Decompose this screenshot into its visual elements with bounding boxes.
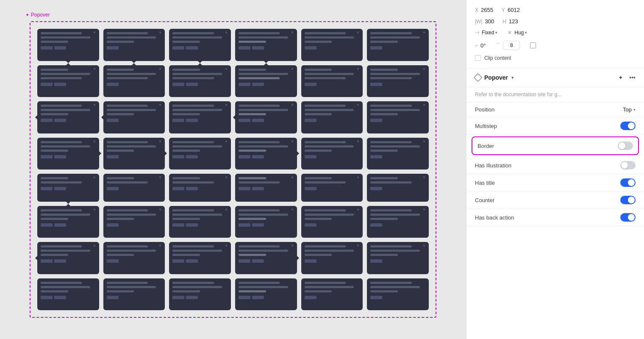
close-icon: ✕ [93, 31, 97, 34]
x-label: X [475, 7, 478, 13]
popover-card [367, 278, 429, 311]
close-icon: ✕ [159, 103, 162, 107]
has-back-action-label: Has back action [475, 214, 514, 221]
height-group: H 123 [502, 18, 518, 25]
popover-card: ✕ [367, 242, 429, 274]
close-icon: ✕ [291, 244, 294, 247]
frame-group [530, 42, 536, 48]
popover-card: ✕ [103, 101, 165, 133]
popover-card: ✕ [367, 138, 429, 170]
close-icon: ✕ [93, 244, 97, 247]
clip-content-label: Clip content [484, 55, 511, 61]
close-icon: ✕ [225, 244, 228, 247]
properties-panel: Position Top ▾ Multistep Border Has Illu… [466, 102, 644, 226]
component-header: Popover ▾ ✦ ••• [466, 68, 644, 87]
has-title-toggle[interactable] [620, 178, 636, 187]
close-icon: ✕ [159, 208, 162, 211]
popover-card: ✕ [301, 174, 363, 202]
position-property-row: Position Top ▾ [466, 102, 644, 117]
close-icon: ✕ [423, 208, 426, 211]
close-icon: ✕ [291, 103, 294, 107]
close-icon: ✕ [225, 176, 228, 179]
component-description: Refer to the documentation site for g... [466, 87, 644, 102]
close-icon: ✕ [291, 67, 294, 71]
layout-row: ⊣ Fixed ▾ ✕ Hug ▾ [475, 30, 636, 36]
position-label: Position [475, 106, 494, 113]
popover-card: ✕ [235, 206, 297, 238]
popover-card: ✕ [235, 29, 297, 61]
close-icon: ✕ [423, 244, 426, 247]
x-value[interactable]: 2655 [481, 7, 493, 13]
popover-card: ✕ [301, 29, 363, 61]
close-icon: ✕ [291, 176, 294, 179]
diamond-icon [474, 73, 482, 82]
close-icon: ✕ [159, 244, 162, 247]
close-icon: ✕ [357, 176, 360, 179]
popover-card: ✕ [37, 242, 99, 274]
close-icon: ✕ [357, 103, 360, 107]
w-value[interactable]: 300 [485, 18, 494, 25]
popover-card: ✕ [103, 138, 165, 170]
popover-container: ✕ ✕ ✕ ✕ [30, 21, 436, 318]
chevron-down-icon[interactable]: ▾ [511, 75, 514, 81]
corner-radius-input[interactable]: 8 [503, 41, 520, 50]
popover-card: ✕ [235, 138, 297, 170]
popover-card: ✕ [169, 206, 231, 238]
corner-group: ⌒ 8 [496, 41, 520, 50]
close-icon: ✕ [225, 208, 228, 211]
close-icon: ✕ [423, 31, 426, 34]
fixed-label: Fixed [482, 30, 494, 36]
close-icon: ✕ [93, 140, 97, 143]
dims-row: |W| 300 H 123 [475, 18, 636, 25]
has-illustration-toggle[interactable] [620, 161, 636, 170]
popover-card: ✕ [301, 206, 363, 238]
component-right: ✦ ••• [618, 74, 636, 81]
popover-card: ✕ [103, 206, 165, 238]
hug-group: ✕ Hug ▾ [508, 30, 527, 36]
counter-label: Counter [475, 197, 494, 203]
width-group: |W| 300 [475, 18, 494, 25]
close-icon: ✕ [159, 31, 162, 34]
counter-toggle[interactable] [620, 196, 636, 204]
y-value[interactable]: 6012 [508, 7, 520, 13]
popover-card: ✕ [301, 138, 363, 170]
close-icon: ✕ [423, 140, 426, 143]
popover-card: ✕ [103, 65, 165, 97]
coords-row: X 2655 Y 6012 [475, 7, 636, 13]
close-icon: ✕ [291, 208, 294, 211]
popover-card: ✕ [301, 242, 363, 274]
popover-card: ✕ [367, 65, 429, 97]
multistep-property-row: Multistep [466, 117, 644, 135]
clip-checkbox[interactable] [475, 55, 481, 61]
w-label: |W| [475, 19, 483, 25]
close-icon: ✕ [423, 103, 426, 107]
toggle-thumb [628, 214, 635, 221]
border-toggle[interactable] [618, 142, 633, 150]
popover-card: ✕ [169, 174, 231, 202]
clip-row: Clip content [475, 55, 636, 61]
toggle-thumb [619, 142, 625, 149]
has-back-action-toggle[interactable] [620, 213, 636, 222]
popover-frame-label: ✦ Popover [25, 12, 50, 18]
close-icon: ✕ [291, 31, 294, 34]
close-icon: ✕ [357, 208, 360, 211]
canvas-area: ✦ Popover ✕ ✕ ✕ [0, 0, 466, 339]
border-property-row: Border [472, 136, 639, 155]
close-icon: ✕ [159, 140, 162, 143]
diamond-icon: ✦ [25, 12, 29, 18]
popover-card: ✕ [301, 101, 363, 133]
popover-card: ✕ [367, 206, 429, 238]
border-label: Border [477, 143, 494, 149]
hug-select[interactable]: Hug ▾ [514, 30, 527, 36]
fixed-select[interactable]: Fixed ▾ [482, 30, 497, 36]
popover-card [235, 278, 297, 311]
popover-card: ✕ [367, 174, 429, 202]
h-value[interactable]: 123 [509, 18, 518, 25]
more-options-icon[interactable]: ••• [629, 74, 636, 81]
close-icon: ✕ [357, 67, 360, 71]
position-select[interactable]: Top ▾ [623, 106, 636, 113]
move-icon[interactable]: ✦ [618, 74, 623, 81]
rotation-value[interactable]: 0° [480, 42, 486, 49]
multistep-toggle[interactable] [620, 122, 636, 130]
close-icon: ✕ [357, 140, 360, 143]
